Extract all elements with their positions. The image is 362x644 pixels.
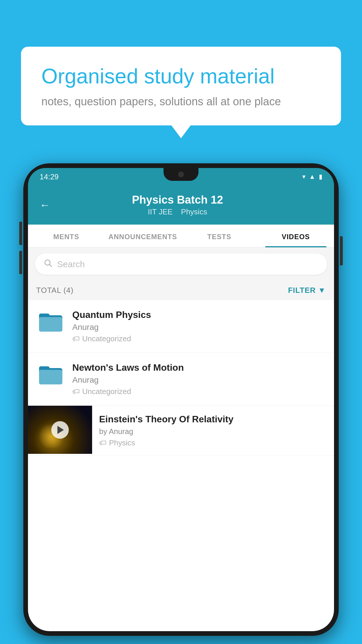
svg-line-1 (50, 265, 52, 267)
battery-icon: ▮ (319, 173, 322, 181)
tag-label: Uncategorized (82, 334, 131, 343)
status-time: 14:29 (40, 172, 59, 181)
video-list: Quantum Physics Anurag 🏷 Uncategorized (28, 300, 334, 456)
folder-icon (39, 362, 62, 386)
speech-bubble-container: Organised study material notes, question… (21, 47, 341, 125)
status-icons: ▾ ▲ ▮ (302, 173, 322, 181)
status-bar: 14:29 ▾ ▲ ▮ (28, 168, 334, 186)
search-container: Search (28, 248, 334, 281)
background: Organised study material notes, question… (0, 0, 362, 644)
phone-container: 14:29 ▾ ▲ ▮ ← Physics Batch 12 (23, 163, 339, 644)
phone-frame: 14:29 ▾ ▲ ▮ ← Physics Batch 12 (23, 163, 339, 636)
search-icon (44, 259, 52, 270)
play-button[interactable] (51, 421, 69, 439)
app-content: ← Physics Batch 12 IIT JEE Physics MENTS (28, 186, 334, 631)
tab-announcements[interactable]: ANNOUNCEMENTS (105, 225, 181, 247)
app-header: ← Physics Batch 12 IIT JEE Physics (28, 186, 334, 225)
header-title-group: Physics Batch 12 IIT JEE Physics (57, 194, 298, 216)
filter-icon: ▼ (318, 286, 326, 295)
item-author: by Anurag (99, 427, 327, 436)
filter-button[interactable]: FILTER ▼ (288, 286, 326, 295)
play-triangle-icon (57, 426, 64, 434)
volume-down-button (19, 251, 22, 274)
back-button[interactable]: ← (40, 199, 50, 211)
tag-icon: 🏷 (72, 334, 80, 343)
svg-rect-4 (39, 317, 62, 332)
tab-tests[interactable]: TESTS (181, 225, 258, 247)
filter-bar: TOTAL (4) FILTER ▼ (28, 281, 334, 300)
item-author: Anurag (72, 323, 326, 332)
signal-icon: ▲ (309, 173, 315, 181)
list-item[interactable]: Einstein's Theory Of Relativity by Anura… (28, 406, 334, 456)
item-info: Einstein's Theory Of Relativity by Anura… (92, 406, 334, 456)
item-tag: 🏷 Uncategorized (72, 387, 326, 396)
volume-up-button (19, 222, 22, 245)
tag-label: Physics (109, 438, 135, 447)
list-item[interactable]: Newton's Laws of Motion Anurag 🏷 Uncateg… (28, 353, 334, 406)
power-button (340, 236, 343, 265)
bubble-subtitle: notes, question papers, solutions all at… (41, 95, 321, 108)
tab-videos[interactable]: VIDEOS (258, 225, 334, 247)
bubble-title: Organised study material (41, 64, 321, 88)
search-bar[interactable]: Search (35, 253, 327, 275)
item-author: Anurag (72, 375, 326, 385)
folder-icon-wrap (36, 309, 65, 333)
wifi-icon: ▾ (302, 173, 305, 181)
subtitle-iit: IIT JEE (148, 207, 173, 216)
svg-rect-7 (39, 370, 62, 384)
tag-icon: 🏷 (99, 438, 107, 447)
item-tag: 🏷 Uncategorized (72, 334, 326, 343)
subtitle-physics: Physics (181, 207, 207, 216)
speech-bubble: Organised study material notes, question… (21, 47, 341, 125)
total-count: TOTAL (4) (36, 286, 73, 295)
item-info: Newton's Laws of Motion Anurag 🏷 Uncateg… (72, 362, 326, 396)
item-title: Einstein's Theory Of Relativity (99, 414, 327, 425)
tag-label: Uncategorized (82, 387, 131, 396)
tab-ments[interactable]: MENTS (28, 225, 105, 247)
video-thumbnail (28, 406, 92, 454)
item-title: Quantum Physics (72, 309, 326, 320)
search-placeholder: Search (57, 259, 85, 269)
item-tag: 🏷 Physics (99, 438, 327, 447)
front-camera (178, 172, 184, 177)
notch (164, 168, 198, 181)
tabs-bar: MENTS ANNOUNCEMENTS TESTS VIDEOS (28, 225, 334, 248)
list-item[interactable]: Quantum Physics Anurag 🏷 Uncategorized (28, 300, 334, 353)
batch-title: Physics Batch 12 (57, 194, 298, 206)
tag-icon: 🏷 (72, 387, 80, 396)
folder-icon (39, 309, 62, 333)
item-title: Newton's Laws of Motion (72, 362, 326, 373)
batch-subtitle: IIT JEE Physics (57, 207, 298, 216)
filter-label: FILTER (288, 286, 316, 295)
folder-icon-wrap (36, 362, 65, 386)
item-info: Quantum Physics Anurag 🏷 Uncategorized (72, 309, 326, 343)
